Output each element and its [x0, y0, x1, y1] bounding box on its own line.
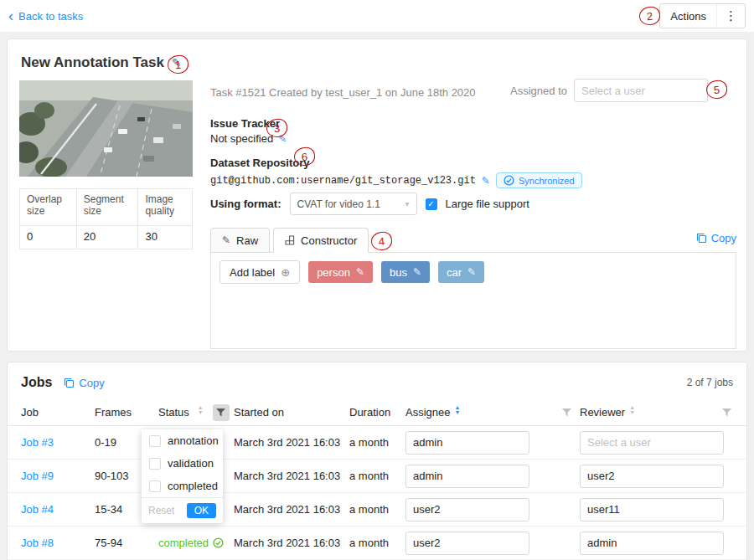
assignee-input[interactable] [405, 431, 529, 455]
actions-label: Actions [660, 10, 716, 23]
labels-copy-link[interactable]: Copy [696, 232, 736, 244]
task-params-table: Overlap size Segment size Image quality … [19, 188, 193, 249]
column-header-job: Job [21, 406, 95, 419]
assignee-input[interactable] [574, 79, 708, 102]
add-label-button[interactable]: Add label ⊕ [219, 260, 300, 284]
assignee-filter-icon[interactable] [562, 408, 571, 417]
sort-icon[interactable]: ▲▼ [629, 408, 635, 418]
column-header-assignee[interactable]: Assignee ▲▼ [405, 406, 580, 419]
param-value-quality: 30 [138, 226, 193, 249]
reviewer-input[interactable] [580, 532, 724, 555]
filter-option-validation[interactable]: validation [142, 452, 223, 475]
filter-option-completed[interactable]: completed [142, 475, 223, 497]
label-chip-bus[interactable]: bus ✎ [381, 261, 430, 283]
tab-raw[interactable]: ✎ Raw [210, 228, 270, 253]
started-cell: March 3rd 2021 16:03 [234, 470, 349, 482]
jobs-copy-label: Copy [79, 377, 104, 389]
param-value-overlap: 0 [20, 226, 77, 249]
duration-cell: a month [349, 537, 405, 549]
jobs-header: Jobs Copy 2 of 7 jobs [8, 362, 746, 399]
assignee-input[interactable] [405, 465, 529, 488]
task-title: New Annotation Task [21, 54, 164, 71]
column-header-status[interactable]: Status ▲▼ [158, 404, 234, 421]
repository-url[interactable]: git@github.com:username/git_storage_v123… [210, 175, 476, 187]
column-header-frames: Frames [95, 406, 158, 419]
param-header-overlap: Overlap size [20, 189, 77, 226]
sync-badge-label: Synchronized [519, 176, 575, 186]
format-selected-value: CVAT for video 1.1 [297, 198, 380, 210]
topbar: ‹ Back to tasks Actions ⋮ [0, 0, 754, 32]
issue-tracker-value-row: Not specified ✎ [210, 132, 287, 145]
label-chip-car[interactable]: car ✎ [438, 261, 484, 283]
sync-status-badge: Synchronized [496, 172, 582, 188]
edit-label-icon[interactable]: ✎ [413, 266, 421, 278]
checkbox-validation[interactable] [149, 458, 161, 470]
dataset-repository-label: Dataset Repository [210, 157, 309, 169]
filter-option-label: validation [168, 457, 214, 470]
edit-issue-tracker-icon[interactable]: ✎ [278, 133, 287, 145]
duration-cell: a month [349, 503, 405, 516]
task-detail-card: New Annotation Task ✎ Overlap size [7, 39, 747, 352]
tab-constructor[interactable]: Constructor [273, 228, 369, 253]
duration-cell: a month [349, 436, 405, 449]
checkbox-annotation[interactable] [149, 435, 161, 447]
param-header-segment: Segment size [76, 189, 138, 226]
reviewer-input[interactable] [580, 498, 724, 521]
copy-icon [64, 378, 75, 388]
status-filter-icon[interactable] [213, 404, 230, 421]
filter-footer: Reset OK [142, 497, 223, 523]
reviewer-input[interactable] [580, 465, 724, 488]
actions-button[interactable]: Actions ⋮ [659, 3, 746, 28]
edit-title-icon[interactable]: ✎ [172, 56, 182, 69]
label-chip-person[interactable]: person ✎ [308, 261, 373, 283]
labels-tabs: ✎ Raw Constructor Copy [210, 227, 736, 253]
filter-option-annotation[interactable]: annotation [142, 429, 223, 452]
param-value-segment: 20 [76, 226, 138, 249]
task-meta-text: Task #1521 Created by test_user_1 on Jun… [210, 86, 476, 99]
sort-icon[interactable]: ▲▼ [454, 408, 460, 418]
assignee-input[interactable] [405, 532, 529, 555]
reviewer-filter-icon[interactable] [722, 408, 731, 417]
params-header-row: Overlap size Segment size Image quality [20, 189, 193, 226]
job-link[interactable]: Job #4 [21, 503, 54, 516]
edit-repository-icon[interactable]: ✎ [482, 175, 490, 187]
edit-label-icon[interactable]: ✎ [356, 266, 364, 278]
assigned-to-block: Assigned to [510, 79, 708, 102]
params-value-row: 0 20 30 [20, 226, 193, 249]
task-preview-image [19, 80, 193, 177]
plus-circle-icon: ⊕ [281, 266, 290, 279]
status-completed: completed [158, 537, 224, 549]
job-row: Job #9 90-103 March 3rd 2021 16:03 a mon… [8, 460, 746, 493]
job-link[interactable]: Job #9 [21, 470, 54, 482]
filter-option-label: completed [168, 480, 218, 492]
copy-icon [696, 233, 707, 244]
job-link[interactable]: Job #8 [21, 537, 54, 549]
started-cell: March 3rd 2021 16:03 [234, 537, 349, 549]
build-icon [285, 235, 295, 245]
jobs-copy-link[interactable]: Copy [64, 377, 104, 389]
labels-area: Add label ⊕ person ✎ bus ✎ car ✎ [210, 252, 736, 349]
sync-check-icon [504, 175, 514, 186]
reviewer-input[interactable] [580, 431, 724, 455]
assignee-header-label: Assignee [405, 406, 450, 419]
format-select[interactable]: CVAT for video 1.1 ▾ [290, 193, 417, 215]
filter-ok-button[interactable]: OK [187, 503, 216, 518]
label-chip-bus-name: bus [390, 266, 407, 279]
issue-tracker-label: Issue Tracker [210, 117, 280, 130]
sort-icon[interactable]: ▲▼ [198, 408, 204, 418]
column-header-reviewer[interactable]: Reviewer ▲▼ [580, 406, 733, 419]
back-to-tasks-link[interactable]: ‹ Back to tasks [8, 10, 83, 23]
checkbox-completed[interactable] [149, 480, 161, 492]
assigned-to-label: Assigned to [510, 85, 567, 97]
edit-label-icon[interactable]: ✎ [467, 266, 476, 278]
assignee-input[interactable] [405, 498, 529, 521]
format-row: Using format: CVAT for video 1.1 ▾ ✓ Lar… [210, 193, 529, 215]
filter-option-label: annotation [168, 434, 219, 447]
tab-constructor-label: Constructor [301, 234, 357, 247]
large-file-support-checkbox[interactable]: ✓ [426, 198, 437, 210]
add-label-text: Add label [230, 266, 275, 279]
job-link[interactable]: Job #3 [21, 436, 54, 449]
more-menu-icon[interactable]: ⋮ [716, 4, 745, 28]
filter-reset-button[interactable]: Reset [148, 505, 174, 516]
traffic-scene-illustration [19, 80, 193, 177]
